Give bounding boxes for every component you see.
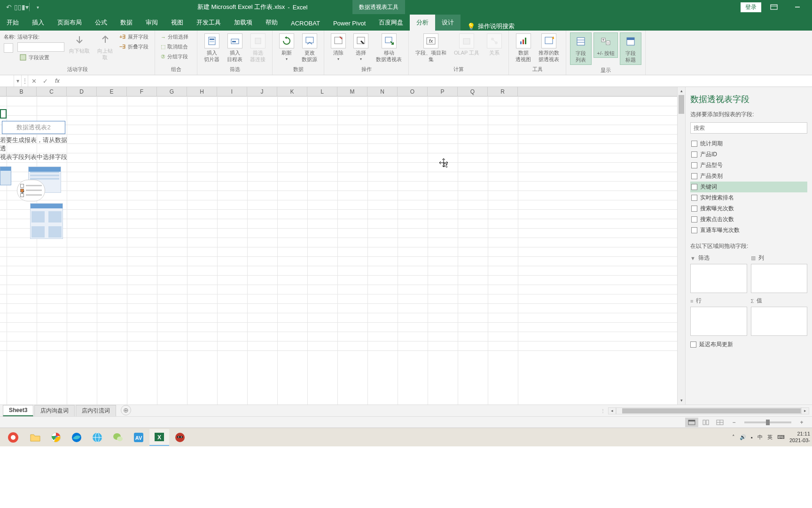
tab-insert[interactable]: 插入	[25, 15, 51, 31]
zoom-slider[interactable]	[744, 421, 791, 423]
scroll-left-icon[interactable]: ◂	[608, 407, 616, 414]
ribbon-display-icon[interactable]	[763, 0, 785, 14]
insert-slicer-button[interactable]: 插入 切片器	[201, 32, 222, 64]
col-header[interactable]: F	[127, 87, 157, 96]
col-header[interactable]: O	[398, 87, 428, 96]
clear-button[interactable]: 清除▾	[328, 32, 349, 63]
cancel-icon[interactable]: ✕	[28, 75, 39, 87]
col-header[interactable]: R	[488, 87, 518, 96]
col-header[interactable]: P	[428, 87, 458, 96]
qat-menu-icon[interactable]: ▯▯▮▾	[17, 3, 25, 11]
tab-addins[interactable]: 加载项	[227, 15, 259, 31]
col-header[interactable]: D	[67, 87, 97, 96]
excel-taskbar-icon[interactable]: X	[149, 429, 169, 446]
field-search-input[interactable]	[690, 122, 807, 134]
tab-acrobat[interactable]: ACROBAT	[284, 16, 327, 31]
tab-baidu[interactable]: 百度网盘	[372, 15, 410, 31]
tray-volume-icon[interactable]: 🔊	[740, 434, 746, 440]
login-button[interactable]: 登录	[741, 2, 761, 12]
col-header[interactable]: N	[367, 87, 398, 96]
select-button[interactable]: 选择▾	[351, 32, 371, 63]
tab-data[interactable]: 数据	[114, 15, 139, 31]
horizontal-scrollbar[interactable]: ⋮ ◂ ▸	[598, 407, 809, 414]
scroll-down-icon[interactable]: ▾	[678, 397, 685, 405]
fields-items-sets-button[interactable]: fx字段、项目和 集	[413, 32, 449, 64]
hscroll-thumb[interactable]	[622, 408, 801, 413]
sheet-tab-active[interactable]: Sheet3	[3, 405, 33, 416]
scroll-right-icon[interactable]: ▸	[801, 407, 809, 414]
fx-icon[interactable]: fx	[51, 78, 64, 84]
tab-home[interactable]: 开始	[0, 15, 25, 31]
field-item[interactable]: 产品型号	[690, 160, 807, 171]
tab-page-layout[interactable]: 页面布局	[51, 15, 88, 31]
wechat-icon[interactable]	[108, 429, 128, 446]
field-item[interactable]: 搜索曝光次数	[690, 203, 807, 214]
buttons-toggle[interactable]: +−+/- 按钮	[593, 32, 618, 58]
chrome-icon[interactable]	[46, 429, 66, 446]
start-button[interactable]	[2, 429, 24, 446]
checkbox-icon[interactable]	[691, 227, 697, 233]
selected-cell[interactable]	[0, 109, 7, 119]
tab-analyze[interactable]: 分析	[410, 15, 435, 31]
sheet-tab[interactable]: 店内询盘词	[34, 405, 75, 416]
move-button[interactable]: 移动 数据透视表	[373, 32, 405, 64]
select-all-corner[interactable]	[0, 87, 7, 96]
field-headers-toggle[interactable]: 字段 标题	[620, 32, 641, 65]
col-header[interactable]: E	[97, 87, 127, 96]
edge-icon[interactable]	[67, 429, 86, 446]
zoom-in-icon[interactable]: +	[795, 418, 808, 427]
change-source-button[interactable]: 更改 数据源	[299, 32, 320, 64]
tray-app-icon[interactable]: ▪	[751, 435, 753, 440]
filter-area[interactable]: ▼筛选	[690, 254, 747, 293]
undo-icon[interactable]: ↶	[5, 3, 13, 11]
scroll-up-icon[interactable]: ▴	[678, 87, 685, 95]
tab-power-pivot[interactable]: Power Pivot	[327, 16, 372, 31]
col-header[interactable]: J	[247, 87, 277, 96]
insert-timeline-button[interactable]: 插入 日程表	[224, 32, 245, 64]
tab-formulas[interactable]: 公式	[88, 15, 114, 31]
rows-area[interactable]: ≡行	[690, 297, 747, 336]
checkbox-icon[interactable]	[691, 184, 697, 190]
col-header[interactable]: M	[337, 87, 367, 96]
field-settings-button[interactable]: 字段设置	[17, 53, 64, 62]
field-item[interactable]: 直通车曝光次数	[690, 225, 807, 236]
tab-developer[interactable]: 开发工具	[190, 15, 227, 31]
tray-chevron-icon[interactable]: ˄	[732, 434, 735, 440]
page-layout-view-icon[interactable]	[699, 418, 712, 427]
app-ninja-icon[interactable]	[170, 429, 190, 446]
col-header[interactable]: C	[37, 87, 67, 96]
active-field-input[interactable]	[17, 42, 64, 52]
qat-customize-icon[interactable]: ▾	[33, 3, 42, 11]
col-header[interactable]: H	[187, 87, 217, 96]
col-header[interactable]: L	[307, 87, 337, 96]
name-box[interactable]	[0, 75, 14, 87]
tray-ime-lang-icon[interactable]: 中	[757, 434, 763, 441]
tell-me-search[interactable]: 💡 操作说明搜索	[461, 22, 521, 31]
checkbox-icon[interactable]	[691, 162, 697, 168]
tray-clock[interactable]: 21:11 2021-03-	[789, 431, 810, 443]
vertical-scrollbar[interactable]: ▴ ▾	[677, 87, 685, 405]
checkbox-icon[interactable]	[691, 173, 697, 179]
browser-icon[interactable]	[87, 429, 107, 446]
normal-view-icon[interactable]	[685, 418, 698, 427]
col-header[interactable]: I	[217, 87, 247, 96]
col-header[interactable]: K	[277, 87, 307, 96]
sheet-tab[interactable]: 店内引流词	[76, 405, 116, 416]
tab-review[interactable]: 审阅	[139, 15, 164, 31]
recommended-pivot-button[interactable]: ★推荐的数 据透视表	[536, 32, 562, 64]
defer-checkbox[interactable]	[690, 341, 696, 348]
spreadsheet-grid[interactable]: 数据透视表2 若要生成报表，请从数据透 视表字段列表中选择字段 ✓	[0, 96, 677, 405]
field-item[interactable]: 产品ID	[690, 149, 807, 160]
refresh-button[interactable]: 刷新▾	[276, 32, 297, 63]
tab-help[interactable]: 帮助	[259, 15, 284, 31]
checkbox-icon[interactable]	[691, 216, 697, 222]
tray-ime-mode[interactable]: 英	[767, 434, 773, 441]
checkbox-icon[interactable]	[691, 151, 697, 158]
app-av-icon[interactable]: AV	[129, 429, 148, 446]
scroll-thumb[interactable]	[679, 95, 684, 114]
tray-keyboard-icon[interactable]: ⌨	[777, 434, 785, 440]
page-break-view-icon[interactable]	[713, 418, 726, 427]
field-item[interactable]: 搜索点击次数	[690, 214, 807, 225]
col-header[interactable]: G	[157, 87, 187, 96]
minimize-icon[interactable]	[787, 0, 808, 14]
